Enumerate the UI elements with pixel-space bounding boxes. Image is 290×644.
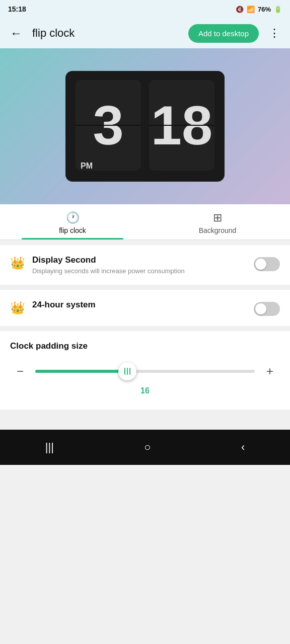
slider-fill [35,370,127,373]
home-button[interactable]: ○ [134,436,161,459]
status-time: 15:18 [8,5,26,13]
mute-icon: 🔇 [236,6,244,13]
padding-size-card: Clock padding size − + 16 [0,331,290,410]
hour24-title: 24-hour system [32,300,247,310]
nav-bar: ||| ○ ‹ [0,430,290,465]
recent-apps-button[interactable]: ||| [35,436,64,459]
hour24-card: 👑 24-hour system [0,290,290,326]
slider-thumb[interactable] [118,362,136,380]
hour-block: 3 [76,80,141,171]
settings-content: 👑 Display Second Displaying seconds will… [0,245,290,430]
minutes-digit: 18 [151,98,212,153]
clock-preview-area: 3 18 PM [0,48,290,204]
display-second-row: 👑 Display Second Displaying seconds will… [10,255,280,275]
slider-row: − + [10,361,280,381]
tab-flip-clock[interactable]: 🕐 flip clock [0,204,145,239]
back-button[interactable]: ← [6,22,26,44]
thumb-lines [124,368,130,375]
crown-icon-hour24: 👑 [10,301,25,315]
display-second-title: Display Second [32,255,247,265]
thumb-line-1 [124,368,125,375]
slider-track[interactable] [35,370,255,373]
slider-increase-button[interactable]: + [260,361,280,381]
flip-clock-widget: 3 18 PM [65,71,225,182]
status-icons: 🔇 📶 76% 🔋 [236,6,282,13]
padding-size-title: Clock padding size [10,341,280,351]
add-to-desktop-button[interactable]: Add to desktop [188,24,259,43]
slider-track-container [35,361,255,381]
display-second-subtitle: Displaying seconds will increase power c… [32,267,247,275]
app-bar: ← flip clock Add to desktop ⋮ [0,18,290,48]
status-bar: 15:18 🔇 📶 76% 🔋 [0,0,290,18]
period-label: PM [81,162,93,171]
display-second-card: 👑 Display Second Displaying seconds will… [0,245,290,285]
crown-icon-second: 👑 [10,256,25,270]
toggle-knob-hour24 [255,303,266,314]
tab-background[interactable]: ⊞ Background [145,204,290,239]
hour24-row: 👑 24-hour system [10,300,280,316]
minutes-block: 18 [149,80,214,171]
wifi-icon: 📶 [247,6,255,13]
display-second-toggle[interactable] [254,257,280,271]
hour24-text: 24-hour system [32,300,247,312]
thumb-line-3 [129,368,130,375]
slider-value: 16 [10,386,280,395]
hour-digit: 3 [93,98,123,153]
hour24-toggle[interactable] [254,302,280,316]
more-options-button[interactable]: ⋮ [265,23,284,44]
clock-icon: 🕐 [66,211,80,224]
battery-text: 76% [258,6,271,13]
toggle-knob-second [255,259,266,270]
tabs-container: 🕐 flip clock ⊞ Background [0,204,290,240]
slider-decrease-button[interactable]: − [10,361,30,381]
thumb-line-2 [127,368,128,375]
tab-flip-clock-label: flip clock [59,226,86,234]
back-nav-button[interactable]: ‹ [231,436,255,459]
display-second-text: Display Second Displaying seconds will i… [32,255,247,275]
app-title: flip clock [32,27,182,40]
battery-icon: 🔋 [274,6,282,13]
background-icon: ⊞ [213,211,222,224]
tab-indicator [22,238,123,239]
tab-background-label: Background [199,226,237,234]
